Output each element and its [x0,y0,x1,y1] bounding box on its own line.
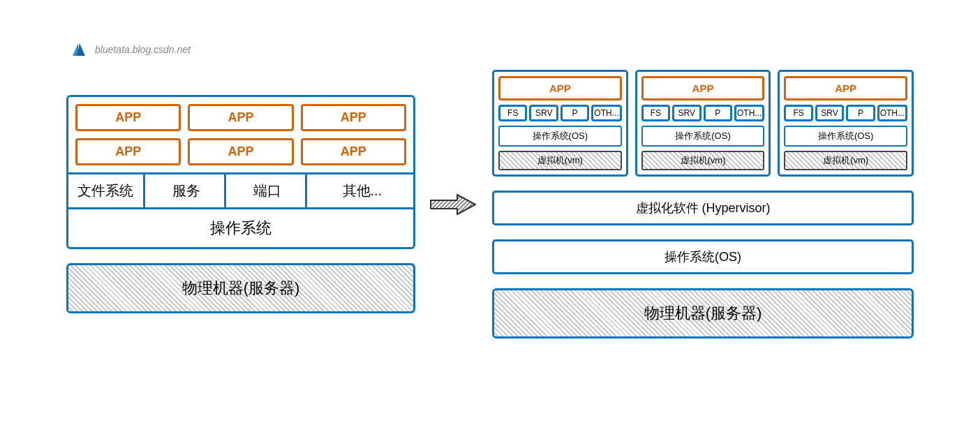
vm-fs: FS [641,105,670,121]
hypervisor-box: 虚拟化软件 (Hypervisor) [492,191,914,225]
vm-fs: FS [498,105,527,121]
vm-row: APP FS SRV P OTH... 操作系统(OS) 虚拟机(vm) APP… [492,70,914,177]
azure-logo-icon [70,42,88,57]
vm-srv: SRV [672,105,701,121]
left-system-row: 文件系统 服务 端口 其他... [68,172,413,207]
arrow-icon [429,191,478,218]
vm-os: 操作系统(OS) [641,126,765,147]
vm-oth: OTH... [734,105,764,121]
left-apps: APP APP APP APP APP APP [75,104,406,165]
other-box: 其他... [311,174,413,207]
vm-label: 虚拟机(vm) [784,151,907,170]
right-os-box: 操作系统(OS) [492,239,914,274]
traditional-stack: APP APP APP APP APP APP 文件系统 服务 端口 其他...… [66,95,415,313]
vm-sys-row: FS SRV P OTH... [498,105,622,121]
app-box: APP [188,104,293,131]
vm-fs: FS [784,105,812,121]
right-physical-box: 物理机器(服务器) [492,288,914,338]
vm-sys-row: FS SRV P OTH... [641,105,765,121]
left-host-box: APP APP APP APP APP APP 文件系统 服务 端口 其他...… [66,95,415,249]
vm-app: APP [641,76,765,101]
vm-os: 操作系统(OS) [498,126,622,147]
app-box: APP [75,138,181,165]
vm-box: APP FS SRV P OTH... 操作系统(OS) 虚拟机(vm) [492,70,628,177]
vm-box: APP FS SRV P OTH... 操作系统(OS) 虚拟机(vm) [635,70,771,177]
vm-label: 虚拟机(vm) [641,151,765,170]
vm-p: P [560,105,589,121]
vm-srv: SRV [815,105,844,121]
vm-label: 虚拟机(vm) [498,151,622,170]
services-box: 服务 [149,174,226,207]
watermark: bluetata.blog.csdn.net [70,42,191,57]
vm-srv: SRV [529,105,558,121]
filesystem-box: 文件系统 [68,174,145,207]
app-box: APP [75,104,181,131]
vm-p: P [846,105,875,121]
right-physical-label: 物理机器(服务器) [644,304,762,322]
left-physical-box: 物理机器(服务器) [66,263,415,313]
app-box: APP [301,138,406,165]
vm-box: APP FS SRV P OTH... 操作系统(OS) 虚拟机(vm) [778,70,914,177]
left-os-box: 操作系统 [68,207,413,247]
vm-oth: OTH... [877,105,907,121]
vm-app: APP [784,76,907,101]
ports-box: 端口 [230,174,307,207]
left-physical-label: 物理机器(服务器) [182,279,300,297]
virtualized-stack: APP FS SRV P OTH... 操作系统(OS) 虚拟机(vm) APP… [492,70,914,338]
vm-sys-row: FS SRV P OTH... [784,105,907,121]
vm-app: APP [498,76,622,101]
watermark-text: bluetata.blog.csdn.net [95,44,191,55]
app-box: APP [188,138,293,165]
app-box: APP [301,104,406,131]
vm-p: P [704,105,732,121]
vm-os: 操作系统(OS) [784,126,907,147]
vm-oth: OTH... [591,105,621,121]
